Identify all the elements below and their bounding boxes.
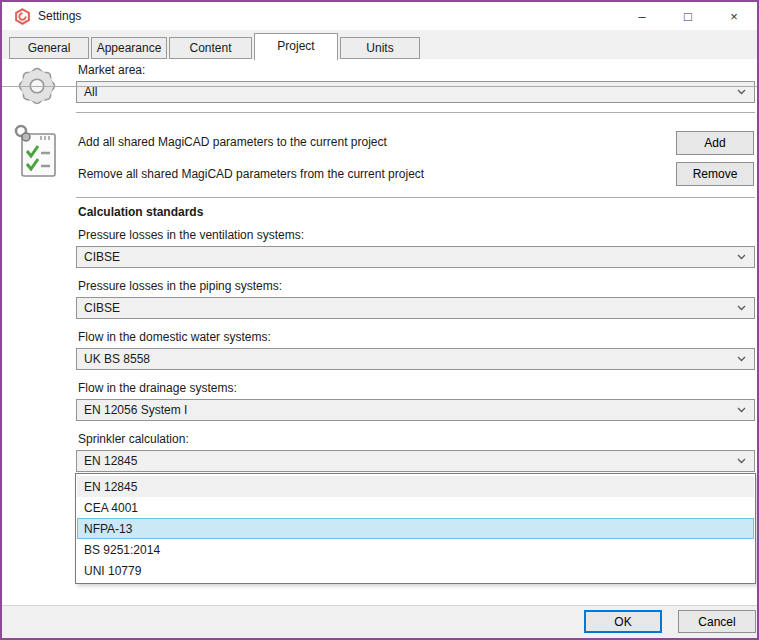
tab-content[interactable]: Content bbox=[169, 37, 252, 59]
window-title: Settings bbox=[38, 9, 81, 23]
chevron-down-icon bbox=[737, 458, 746, 464]
separator bbox=[76, 197, 755, 198]
ventilation-pressure-value: CIBSE bbox=[84, 250, 120, 264]
window-controls: – □ × bbox=[619, 2, 757, 30]
chevron-down-icon bbox=[737, 356, 746, 362]
tab-general[interactable]: General bbox=[9, 37, 89, 59]
magicad-logo-icon bbox=[14, 8, 31, 25]
piping-pressure-label: Pressure losses in the piping systems: bbox=[78, 279, 282, 293]
piping-pressure-dropdown[interactable]: CIBSE bbox=[76, 297, 755, 319]
sprinkler-calculation-dropdown[interactable]: EN 12845 bbox=[76, 450, 755, 472]
remove-button[interactable]: Remove bbox=[676, 162, 754, 186]
checklist-icon bbox=[13, 123, 59, 181]
domestic-water-flow-dropdown[interactable]: UK BS 8558 bbox=[76, 348, 755, 370]
option-uni-10779[interactable]: UNI 10779 bbox=[77, 560, 754, 581]
minimize-button[interactable]: – bbox=[619, 2, 665, 30]
sprinkler-options-list: EN 12845 CEA 4001 NFPA-13 BS 9251:2014 U… bbox=[75, 473, 756, 584]
drainage-flow-dropdown[interactable]: EN 12056 System I bbox=[76, 399, 755, 421]
domestic-water-flow-value: UK BS 8558 bbox=[84, 352, 150, 366]
separator bbox=[76, 112, 755, 113]
option-en-12845[interactable]: EN 12845 bbox=[77, 476, 754, 497]
tab-units[interactable]: Units bbox=[340, 37, 420, 59]
ok-button[interactable]: OK bbox=[584, 610, 662, 633]
market-area-label: Market area: bbox=[78, 63, 145, 77]
dialog-footer: OK Cancel bbox=[2, 605, 757, 638]
add-button[interactable]: Add bbox=[676, 131, 754, 155]
ventilation-pressure-label: Pressure losses in the ventilation syste… bbox=[78, 228, 304, 242]
drainage-flow-label: Flow in the drainage systems: bbox=[78, 381, 237, 395]
option-cea-4001[interactable]: CEA 4001 bbox=[77, 497, 754, 518]
cancel-button[interactable]: Cancel bbox=[678, 610, 756, 633]
drainage-flow-value: EN 12056 System I bbox=[84, 403, 187, 417]
chevron-down-icon bbox=[737, 89, 746, 95]
chevron-down-icon bbox=[737, 305, 746, 311]
tab-strip: General Appearance Content Project Units bbox=[2, 30, 757, 59]
titlebar: Settings – □ × bbox=[2, 2, 757, 30]
chevron-down-icon bbox=[737, 254, 746, 260]
tab-project[interactable]: Project bbox=[254, 33, 338, 60]
market-area-value: All bbox=[84, 85, 97, 99]
domestic-water-flow-label: Flow in the domestic water systems: bbox=[78, 330, 271, 344]
sprinkler-calculation-value: EN 12845 bbox=[84, 454, 137, 468]
tab-appearance[interactable]: Appearance bbox=[91, 37, 167, 59]
add-parameters-text: Add all shared MagiCAD parameters to the… bbox=[78, 135, 387, 149]
ventilation-pressure-dropdown[interactable]: CIBSE bbox=[76, 246, 755, 268]
market-area-dropdown[interactable]: All bbox=[76, 81, 755, 103]
maximize-button[interactable]: □ bbox=[665, 2, 711, 30]
option-bs-9251-2014[interactable]: BS 9251:2014 bbox=[77, 539, 754, 560]
tabs: General Appearance Content Project Units bbox=[9, 33, 422, 59]
close-button[interactable]: × bbox=[711, 2, 757, 30]
calculation-standards-heading: Calculation standards bbox=[78, 205, 203, 219]
tab-baseline bbox=[2, 86, 757, 87]
remove-parameters-text: Remove all shared MagiCAD parameters fro… bbox=[78, 167, 424, 181]
settings-dialog: Settings – □ × General Appearance Conten… bbox=[0, 0, 759, 640]
sprinkler-calculation-label: Sprinkler calculation: bbox=[78, 432, 189, 446]
option-nfpa-13[interactable]: NFPA-13 bbox=[77, 518, 754, 539]
piping-pressure-value: CIBSE bbox=[84, 301, 120, 315]
chevron-down-icon bbox=[737, 407, 746, 413]
